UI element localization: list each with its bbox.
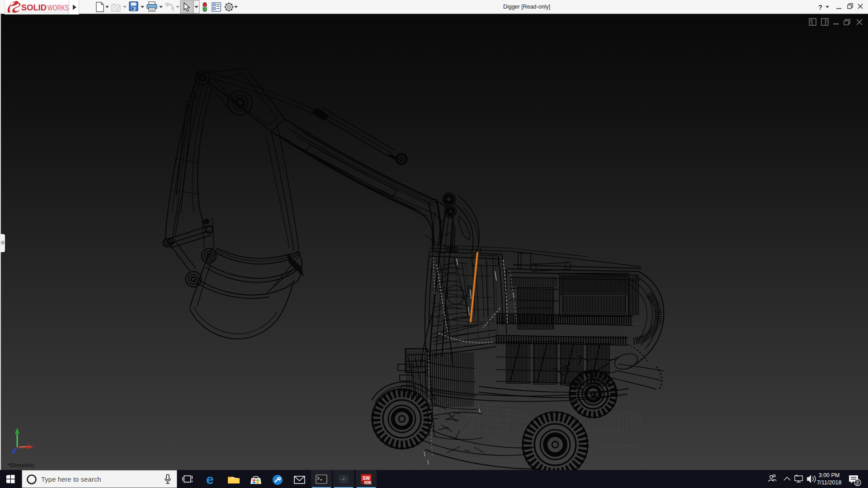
svg-text:e: e	[206, 472, 214, 487]
svg-text:2017: 2017	[365, 481, 372, 484]
svg-text:?: ?	[818, 3, 822, 11]
svg-text:SW: SW	[363, 476, 370, 481]
svg-text:2: 2	[856, 480, 859, 485]
